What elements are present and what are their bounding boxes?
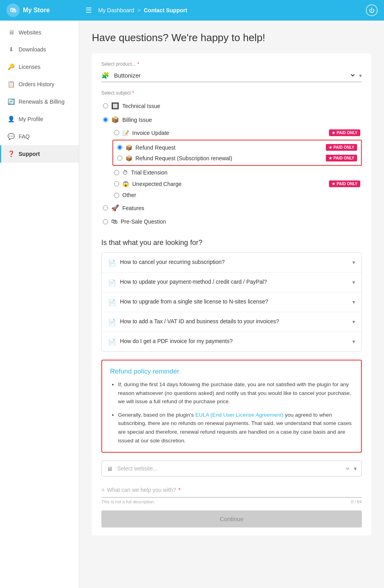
trial-label: Trial Extension <box>131 169 167 176</box>
sidebar-item-websites[interactable]: 🖥 Websites <box>0 24 79 41</box>
faq-text-3: How to add a Tax / VAT ID and business d… <box>120 318 279 326</box>
doc-icon-2: 📄 <box>108 299 116 306</box>
faq-box: 📄 How to cancel your recurring subscript… <box>101 252 362 352</box>
refund-sub-paid-badge: ★ PAID ONLY <box>326 155 357 161</box>
faq-text-2: How to upgrade from a single site licens… <box>120 298 268 306</box>
radio-other[interactable] <box>114 193 119 198</box>
refund-label: Refund Request <box>135 144 175 151</box>
subject-presale[interactable]: 🛍 Pre-Sale Question <box>101 216 362 228</box>
sub-trial[interactable]: ⏱ Trial Extension <box>112 167 362 178</box>
description-section: ≡ What can we help you with? * This is n… <box>101 484 362 504</box>
unexpected-label: Unexpected Charge <box>132 181 182 187</box>
unexpected-emoji: 😱 <box>122 181 129 187</box>
support-icon: ❓ <box>8 150 15 157</box>
sub-unexpected[interactable]: 😱 Unexpected Charge ★ PAID ONLY <box>112 178 362 189</box>
page-title: Have questions? We're happy to help! <box>92 32 371 44</box>
refund-sub-emoji: 📦 <box>125 155 132 161</box>
sidebar-label-renewals: Renewals & Billing <box>19 99 65 105</box>
sidebar-item-faq[interactable]: 💬 FAQ <box>0 128 79 145</box>
radio-presale[interactable] <box>103 219 108 224</box>
features-emoji: 🚀 <box>111 204 119 212</box>
subject-technical[interactable]: 🔲 Technical Issue <box>101 100 362 112</box>
website-select[interactable]: Select website... <box>116 465 351 472</box>
billing-sub-group: 📝 Invoice Update ★ PAID ONLY 📦 Refund Re… <box>112 127 362 200</box>
sidebar-label-support: Support <box>19 151 40 157</box>
sidebar-label-faq: FAQ <box>19 133 30 140</box>
radio-trial[interactable] <box>114 170 119 175</box>
radio-invoice[interactable] <box>114 130 119 135</box>
refund-paid-badge: ★ PAID ONLY <box>326 144 357 151</box>
chevron-down-icon-3: ▾ <box>352 319 355 325</box>
sidebar-item-licenses[interactable]: 🔑 Licenses <box>0 58 79 76</box>
sub-invoice[interactable]: 📝 Invoice Update ★ PAID ONLY <box>112 127 362 138</box>
faq-item-0[interactable]: 📄 How to cancel your recurring subscript… <box>102 253 361 273</box>
sidebar: 🖥 Websites ⬇ Downloads 🔑 Licenses 📋 Orde… <box>0 21 79 588</box>
sidebar-item-profile[interactable]: 👤 My Profile <box>0 110 79 128</box>
sidebar-label-profile: My Profile <box>19 116 43 122</box>
subject-radio-group: 🔲 Technical Issue 📦 Billing Issue 📝 <box>101 100 362 228</box>
doc-icon-0: 📄 <box>108 259 116 267</box>
main-content: Have questions? We're happy to help! Sel… <box>79 21 384 588</box>
website-select-wrapper[interactable]: 🖥 Select website... ▾ <box>101 461 362 476</box>
billing-label: Billing Issue <box>122 117 152 123</box>
radio-features[interactable] <box>103 205 108 211</box>
refund-policy-title: Refund policy reminder <box>110 368 353 376</box>
form-section: Select product... * 🧩 Buttonizer ▾ Selec… <box>92 53 371 535</box>
radio-unexpected[interactable] <box>114 181 119 186</box>
faq-text-1: How to update your payment-method / cred… <box>120 278 267 286</box>
product-label: Select product... * <box>101 61 362 67</box>
chevron-down-icon-0: ▾ <box>352 259 355 266</box>
invoice-paid-badge: ★ PAID ONLY <box>329 129 360 136</box>
product-select[interactable]: Buttonizer <box>112 72 356 79</box>
faq-title: Is that what you are looking for? <box>101 239 362 247</box>
power-button[interactable]: ⏻ <box>366 4 378 16</box>
eula-link[interactable]: EULA (End User License Agreement) <box>195 412 283 418</box>
faq-item-4[interactable]: 📄 How do I get a PDF invoice for my paym… <box>102 332 361 351</box>
store-logo-icon: 🛍 <box>6 4 20 17</box>
doc-icon-1: 📄 <box>108 279 116 286</box>
faq-item-2[interactable]: 📄 How to upgrade from a single site lice… <box>102 292 361 312</box>
technical-label: Technical Issue <box>122 103 160 109</box>
faq-icon: 💬 <box>8 133 15 140</box>
nav-current: Contact Support <box>144 7 187 13</box>
refund-emoji: 📦 <box>125 144 132 151</box>
billing-emoji: 📦 <box>111 116 119 123</box>
presale-label: Pre-Sale Question <box>121 218 166 225</box>
topbar-logo: 🛍 My Store <box>6 4 86 17</box>
sidebar-item-orders[interactable]: 📋 Orders History <box>0 76 79 93</box>
sidebar-label-licenses: Licenses <box>19 64 40 70</box>
puzzle-icon: 🧩 <box>101 72 109 79</box>
faq-text-0: How to cancel your recurring subscriptio… <box>120 258 225 266</box>
radio-technical[interactable] <box>103 103 108 108</box>
licenses-icon: 🔑 <box>8 63 15 70</box>
product-select-wrapper[interactable]: 🧩 Buttonizer ▾ <box>101 69 362 82</box>
store-name: My Store <box>23 7 50 14</box>
topbar-nav: ☰ My Dashboard > Contact Support <box>86 6 366 15</box>
sidebar-item-downloads[interactable]: ⬇ Downloads <box>0 41 79 58</box>
sidebar-item-support[interactable]: ❓ Support <box>0 145 79 163</box>
chevron-down-icon-2: ▾ <box>352 299 355 305</box>
refund-sub-label: Refund Request (Subscription renewal) <box>135 155 232 161</box>
nav-dashboard[interactable]: My Dashboard <box>98 7 134 13</box>
faq-item-1[interactable]: 📄 How to update your payment-method / cr… <box>102 273 361 292</box>
downloads-icon: ⬇ <box>8 46 15 53</box>
refund-policy-item-1: Generally, based on the plugin's EULA (E… <box>118 411 353 445</box>
sidebar-item-renewals[interactable]: 🔄 Renewals & Billing <box>0 93 79 110</box>
continue-button[interactable]: Continue <box>101 510 362 527</box>
sub-refund-subscription[interactable]: 📦 Refund Request (Subscription renewal) … <box>116 153 359 163</box>
hamburger-icon[interactable]: ☰ <box>86 6 92 15</box>
technical-emoji: 🔲 <box>111 102 119 110</box>
radio-billing[interactable] <box>103 117 108 122</box>
radio-refund-sub[interactable] <box>117 156 122 161</box>
website-dropdown-arrow-icon: ▾ <box>354 465 357 472</box>
radio-refund[interactable] <box>117 145 122 150</box>
sub-refund[interactable]: 📦 Refund Request ★ PAID ONLY <box>116 142 359 153</box>
subject-billing[interactable]: 📦 Billing Issue <box>101 114 362 126</box>
invoice-label: Invoice Update <box>132 130 169 136</box>
sub-other[interactable]: Other <box>112 190 362 200</box>
unexpected-paid-badge: ★ PAID ONLY <box>329 180 360 187</box>
description-hint: This is not a full description. 0 / 64 <box>101 499 362 504</box>
faq-item-3[interactable]: 📄 How to add a Tax / VAT ID and business… <box>102 312 361 332</box>
sidebar-label-orders: Orders History <box>19 81 54 87</box>
subject-features[interactable]: 🚀 Features <box>101 202 362 214</box>
